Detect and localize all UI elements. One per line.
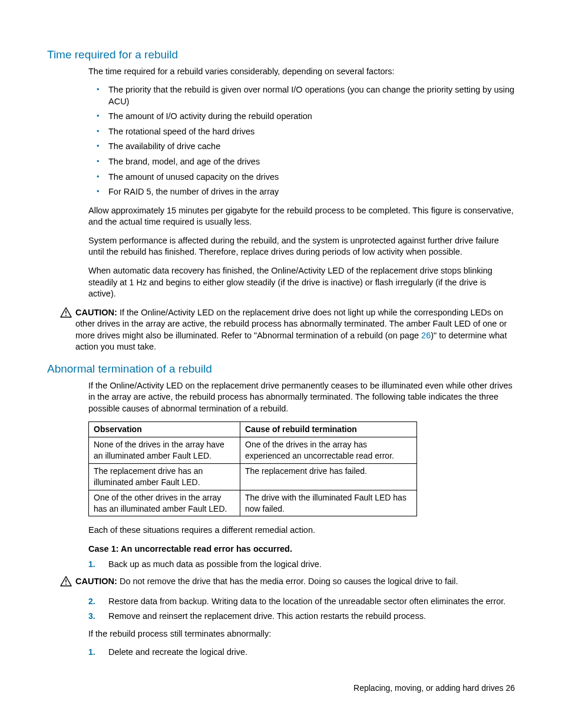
- step-number: 2.: [88, 596, 95, 607]
- section1-bullet-list: The priority that the rebuild is given o…: [88, 84, 515, 198]
- step-number: 1.: [88, 647, 95, 658]
- list-item: The priority that the rebuild is given o…: [88, 84, 515, 107]
- caution-block: CAUTION: Do not remove the drive that ha…: [60, 576, 515, 588]
- svg-point-1: [65, 315, 67, 316]
- section2-after-steps: If the rebuild process still terminates …: [88, 628, 515, 640]
- page-footer: Replacing, moving, or adding hard drives…: [353, 683, 515, 694]
- steps-list-b: 2.Restore data from backup. Writing data…: [88, 596, 515, 622]
- caution-text: CAUTION: Do not remove the drive that ha…: [75, 576, 515, 588]
- table-cell-cause: One of the drives in the array has exper…: [240, 437, 417, 464]
- list-item: For RAID 5, the number of drives in the …: [88, 186, 515, 198]
- table-cell-observation: One of the other drives in the array has…: [89, 490, 240, 516]
- section1-p3: System performance is affected during th…: [88, 235, 515, 258]
- heading-time-required: Time required for a rebuild: [47, 47, 515, 62]
- section2-intro: If the Online/Activity LED on the replac…: [88, 380, 515, 415]
- table-cell-observation: The replacement drive has an illuminated…: [89, 463, 240, 490]
- list-item: 1.Back up as much data as possible from …: [88, 559, 515, 571]
- page: Time required for a rebuild The time req…: [0, 0, 562, 728]
- section1-p2: Allow approximately 15 minutes per gigab…: [88, 205, 515, 228]
- steps-list-a: 1.Back up as much data as possible from …: [88, 559, 515, 571]
- list-item: The availability of drive cache: [88, 141, 515, 153]
- step-number: 1.: [88, 559, 95, 570]
- caution-block: CAUTION: If the Online/Activity LED on t…: [60, 307, 515, 353]
- step-text: Restore data from backup. Writing data t…: [108, 597, 505, 606]
- section2-body: If the Online/Activity LED on the replac…: [88, 380, 515, 571]
- section2-after-table: Each of these situations requires a diff…: [88, 525, 515, 536]
- section1-body: The time required for a rebuild varies c…: [88, 66, 515, 300]
- table-cell-cause: The replacement drive has failed.: [240, 463, 417, 490]
- step-text: Delete and recreate the logical drive.: [108, 647, 247, 657]
- caution-text: CAUTION: If the Online/Activity LED on t…: [75, 307, 515, 353]
- section1-intro: The time required for a rebuild varies c…: [88, 66, 515, 78]
- table-row: One of the other drives in the array has…: [89, 490, 417, 516]
- heading-abnormal-termination: Abnormal termination of a rebuild: [47, 361, 515, 377]
- caution-label: CAUTION:: [75, 308, 117, 317]
- page-link[interactable]: 26: [421, 331, 431, 340]
- section1-p4: When automatic data recovery has finishe…: [88, 265, 515, 300]
- caution-triangle-icon: [60, 576, 72, 587]
- list-item: The rotational speed of the hard drives: [88, 126, 515, 138]
- list-item: 2.Restore data from backup. Writing data…: [88, 596, 515, 608]
- caution-label: CAUTION:: [75, 577, 117, 586]
- table-header-cause: Cause of rebuild termination: [240, 422, 417, 437]
- table-cell-cause: The drive with the illuminated Fault LED…: [240, 490, 417, 516]
- step-text: Back up as much data as possible from th…: [108, 559, 322, 569]
- table-header-observation: Observation: [89, 422, 240, 437]
- list-item: The amount of unused capacity on the dri…: [88, 172, 515, 183]
- svg-point-3: [65, 584, 67, 585]
- step-text: Remove and reinsert the replacement driv…: [108, 611, 426, 621]
- list-item: 3.Remove and reinsert the replacement dr…: [88, 611, 515, 622]
- caution-body-text: Do not remove the drive that has the med…: [117, 577, 458, 586]
- table-row: The replacement drive has an illuminated…: [89, 463, 417, 490]
- steps-list-c: 1.Delete and recreate the logical drive.: [88, 647, 515, 658]
- list-item: The brand, model, and age of the drives: [88, 156, 515, 168]
- section2-body-cont: 2.Restore data from backup. Writing data…: [88, 596, 515, 658]
- table-row: None of the drives in the array have an …: [89, 437, 417, 464]
- table-cell-observation: None of the drives in the array have an …: [89, 437, 240, 464]
- table-header-row: Observation Cause of rebuild termination: [89, 422, 417, 437]
- step-number: 3.: [88, 611, 95, 622]
- list-item: 1.Delete and recreate the logical drive.: [88, 647, 515, 658]
- caution-triangle-icon: [60, 307, 72, 318]
- list-item: The amount of I/O activity during the re…: [88, 111, 515, 123]
- case1-heading: Case 1: An uncorrectable read error has …: [88, 543, 515, 555]
- observation-table: Observation Cause of rebuild termination…: [88, 421, 417, 516]
